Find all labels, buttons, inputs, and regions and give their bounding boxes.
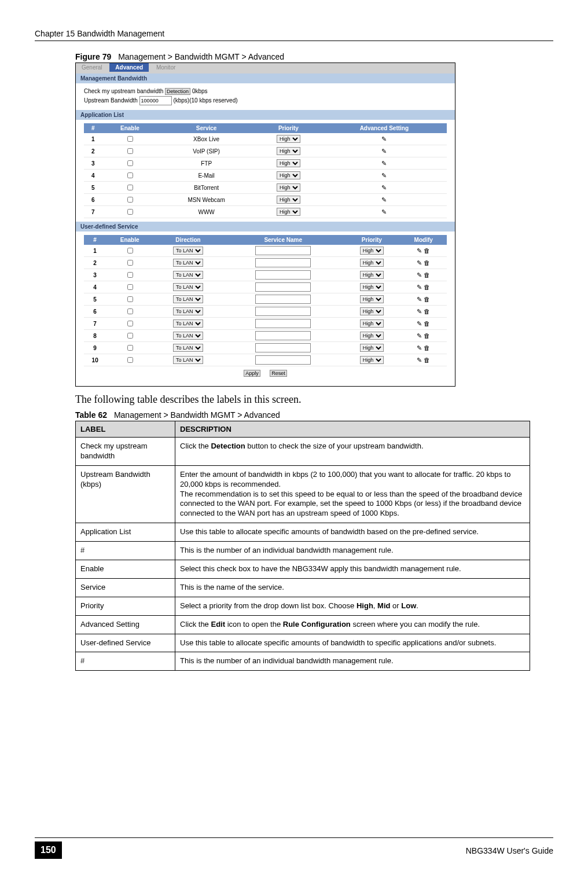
delete-icon[interactable]: 🗑	[424, 332, 430, 339]
edit-icon[interactable]: ✎	[417, 357, 422, 363]
edit-icon[interactable]: ✎	[417, 344, 422, 351]
edit-icon[interactable]: ✎	[381, 184, 387, 191]
service-name-input[interactable]	[255, 343, 311, 352]
tab-monitor[interactable]: Monitor	[150, 63, 181, 72]
enable-checkbox[interactable]	[127, 296, 133, 302]
edit-icon[interactable]: ✎	[417, 284, 422, 291]
service-name-input[interactable]	[255, 295, 311, 304]
table-row: Application ListUse this table to alloca…	[76, 523, 530, 542]
service-name-input[interactable]	[255, 246, 311, 255]
enable-checkbox[interactable]	[127, 197, 133, 203]
enable-checkbox[interactable]	[127, 272, 133, 278]
delete-icon[interactable]: 🗑	[424, 259, 430, 266]
enable-checkbox[interactable]	[127, 284, 133, 290]
enable-checkbox[interactable]	[127, 260, 133, 266]
priority-select[interactable]: High	[277, 135, 300, 143]
edit-icon[interactable]: ✎	[381, 172, 387, 179]
enable-checkbox[interactable]	[127, 209, 133, 215]
direction-select[interactable]: To LAN	[173, 356, 203, 364]
tab-advanced[interactable]: Advanced	[109, 63, 149, 72]
priority-select[interactable]: High	[360, 356, 384, 364]
edit-icon[interactable]: ✎	[381, 160, 387, 167]
desc-label-cell: #	[76, 542, 175, 560]
page-number: 150	[35, 841, 62, 859]
edit-icon[interactable]: ✎	[417, 247, 422, 254]
service-name-input[interactable]	[255, 270, 311, 280]
app-list-header: Application List	[76, 110, 455, 120]
service-name-input[interactable]	[255, 331, 311, 340]
direction-select[interactable]: To LAN	[173, 271, 203, 279]
service-name-input[interactable]	[255, 319, 311, 328]
priority-select[interactable]: High	[360, 247, 384, 255]
priority-select[interactable]: High	[277, 196, 300, 204]
priority-select[interactable]: High	[277, 159, 300, 167]
enable-checkbox[interactable]	[127, 160, 133, 166]
priority-select[interactable]: High	[360, 332, 384, 340]
priority-select[interactable]: High	[360, 295, 384, 303]
service-name-input[interactable]	[255, 307, 311, 316]
delete-icon[interactable]: 🗑	[424, 271, 430, 278]
tab-general[interactable]: General	[76, 63, 108, 72]
priority-select[interactable]: High	[360, 344, 384, 352]
delete-icon[interactable]: 🗑	[424, 284, 430, 291]
delete-icon[interactable]: 🗑	[424, 344, 430, 351]
direction-select[interactable]: To LAN	[173, 307, 203, 315]
service-name-input[interactable]	[255, 355, 311, 365]
delete-icon[interactable]: 🗑	[424, 247, 430, 254]
edit-icon[interactable]: ✎	[381, 148, 387, 155]
enable-checkbox[interactable]	[127, 345, 133, 351]
direction-select[interactable]: To LAN	[173, 332, 203, 340]
priority-select[interactable]: High	[360, 283, 384, 291]
edit-icon[interactable]: ✎	[417, 296, 422, 303]
delete-icon[interactable]: 🗑	[424, 308, 430, 315]
check-upstream-suffix: 0kbps	[192, 88, 208, 94]
enable-checkbox[interactable]	[127, 185, 133, 190]
direction-select[interactable]: To LAN	[173, 344, 203, 352]
enable-checkbox[interactable]	[127, 148, 133, 154]
app-col-adv: Advanced Setting	[322, 123, 447, 133]
enable-checkbox[interactable]	[127, 321, 133, 326]
edit-icon[interactable]: ✎	[381, 208, 387, 215]
enable-checkbox[interactable]	[127, 308, 133, 314]
edit-icon[interactable]: ✎	[417, 259, 422, 266]
direction-select[interactable]: To LAN	[173, 259, 203, 267]
delete-icon[interactable]: 🗑	[424, 357, 430, 363]
priority-select[interactable]: High	[277, 208, 300, 216]
detection-button[interactable]: Detection	[165, 88, 190, 95]
figure-caption: Figure 79 Management > Bandwidth MGMT > …	[75, 52, 530, 61]
priority-select[interactable]: High	[360, 307, 384, 315]
priority-select[interactable]: High	[277, 147, 300, 155]
direction-select[interactable]: To LAN	[173, 319, 203, 328]
priority-select[interactable]: High	[360, 319, 384, 328]
reset-button[interactable]: Reset	[270, 370, 287, 377]
delete-icon[interactable]: 🗑	[424, 320, 430, 327]
service-name-input[interactable]	[255, 258, 311, 267]
edit-icon[interactable]: ✎	[381, 196, 387, 203]
upstream-bw-input[interactable]	[139, 96, 172, 105]
direction-select[interactable]: To LAN	[173, 247, 203, 255]
edit-icon[interactable]: ✎	[417, 332, 422, 339]
enable-checkbox[interactable]	[127, 172, 133, 178]
desc-text-cell: Select this check box to have the NBG334…	[175, 560, 530, 579]
edit-icon[interactable]: ✎	[417, 308, 422, 315]
enable-checkbox[interactable]	[127, 136, 133, 142]
enable-checkbox[interactable]	[127, 248, 133, 253]
enable-checkbox[interactable]	[127, 357, 133, 363]
priority-select[interactable]: High	[360, 259, 384, 267]
table-row: 5BitTorrentHigh✎	[84, 182, 447, 194]
direction-select[interactable]: To LAN	[173, 295, 203, 303]
apply-button[interactable]: Apply	[244, 370, 260, 377]
edit-icon[interactable]: ✎	[417, 320, 422, 327]
enable-checkbox[interactable]	[127, 333, 133, 339]
priority-select[interactable]: High	[277, 171, 300, 179]
direction-select[interactable]: To LAN	[173, 283, 203, 291]
uds-col-priority: Priority	[343, 235, 400, 245]
service-name: E-Mail	[157, 170, 255, 182]
service-name-input[interactable]	[255, 282, 311, 292]
priority-select[interactable]: High	[277, 183, 300, 192]
delete-icon[interactable]: 🗑	[424, 296, 430, 303]
priority-select[interactable]: High	[360, 271, 384, 279]
edit-icon[interactable]: ✎	[417, 271, 422, 278]
uds-header: User-defined Service	[76, 222, 455, 231]
edit-icon[interactable]: ✎	[381, 135, 387, 142]
